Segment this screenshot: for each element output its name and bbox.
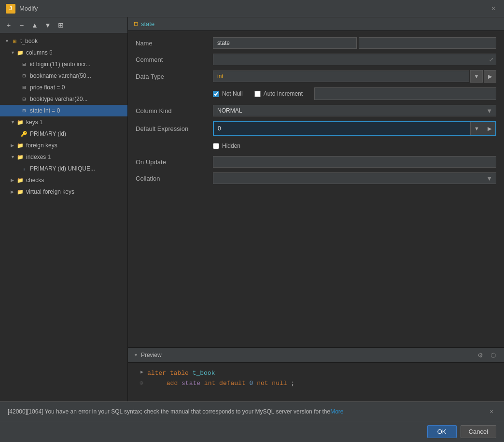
tree-keys-group[interactable]: ▼ 📁 keys 1 (0, 116, 127, 128)
notnull-checkbox-label[interactable]: Not Null (213, 90, 243, 97)
add-button[interactable]: + (3, 19, 14, 31)
collation-select-wrapper: ▼ (213, 172, 496, 184)
keys-label: keys (26, 119, 38, 126)
checks-label: checks (26, 177, 44, 184)
notnull-checkbox[interactable] (213, 91, 219, 97)
tree-index-primary[interactable]: ᵢ PRIMARY (id) UNIQUE... (0, 163, 127, 174)
notnull-row: Not Null Auto Increment (128, 85, 504, 102)
tree-column-id[interactable]: ⊟ id bigint(11) (auto incr... (0, 58, 127, 70)
hidden-checkbox[interactable] (213, 143, 219, 149)
left-toolbar: + − ▲ ▼ ⊞ (0, 17, 127, 33)
tab-header: ⊟ state (128, 17, 504, 31)
datatype-dropdown-btn[interactable]: ▼ (470, 70, 483, 83)
code-semi: ; (291, 380, 294, 387)
line-gutter-2: ⊙ (136, 379, 143, 389)
code-col-name: state (182, 380, 200, 387)
line-marker-2: ⊙ (140, 379, 143, 389)
tree-virtual-fk[interactable]: ▶ 📁 virtual foreign keys (0, 186, 127, 198)
vfk-icon: 📁 (16, 188, 24, 196)
indexes-label: indexes (26, 154, 46, 160)
preview-title-group: ▼ Preview (134, 352, 162, 358)
datatype-row: Data Type ▼ ▶ (128, 68, 504, 85)
autoincrement-checkbox-label[interactable]: Auto Increment (254, 90, 303, 97)
code-not-kw: not (257, 380, 268, 387)
tree-column-state[interactable]: ⊟ state int = 0 (0, 105, 127, 116)
code-type-kw: int (204, 380, 215, 387)
columns-folder-icon: 📁 (16, 49, 24, 57)
form-area: Name Comment ⤢ (128, 31, 504, 347)
collation-select[interactable] (213, 172, 496, 184)
tree-indexes-group[interactable]: ▼ 📁 indexes 1 (0, 151, 127, 163)
code-default-kw: default (219, 380, 246, 387)
tree-foreign-keys[interactable]: ▶ 📁 foreign keys (0, 140, 127, 151)
tree-column-bookname[interactable]: ⊟ bookname varchar(50... (0, 70, 127, 82)
tree-columns-group[interactable]: ▼ 📁 columns 5 (0, 47, 127, 58)
column-price-label: price float = 0 (30, 84, 65, 91)
datatype-settings-btn[interactable]: ▶ (484, 70, 496, 83)
onupdate-input[interactable] (213, 156, 496, 168)
collation-label: Collation (136, 175, 213, 182)
preview-external-btn[interactable]: ⬡ (488, 350, 498, 360)
error-close-button[interactable]: × (487, 407, 496, 416)
column-id-label: id bigint(11) (auto incr... (30, 61, 90, 68)
window-close-button[interactable]: × (489, 4, 498, 14)
title-bar-left: J Modify (6, 4, 38, 14)
tree-column-price[interactable]: ⊟ price float = 0 (0, 82, 127, 93)
column-icon-state: ⊟ (20, 107, 28, 114)
tree-root[interactable]: ▼ ⊞ t_book (0, 35, 127, 47)
comment-input[interactable] (213, 54, 496, 65)
hidden-row: Hidden (128, 138, 504, 154)
name-input[interactable] (213, 37, 357, 49)
keys-arrow[interactable]: ▼ (11, 120, 16, 125)
tree-column-booktype[interactable]: ⊟ booktype varchar(20... (0, 93, 127, 105)
defaultexpr-input[interactable] (214, 123, 470, 134)
autoincrement-value-input[interactable] (314, 87, 496, 100)
autoincrement-checkbox[interactable] (254, 91, 261, 97)
tree-checks[interactable]: ▶ 📁 checks (0, 174, 127, 186)
comment-expand-icon[interactable]: ⤢ (489, 57, 493, 63)
key-icon-primary: 🔑 (20, 130, 28, 138)
left-panel: + − ▲ ▼ ⊞ ▼ ⊞ t_book ▼ 📁 (0, 17, 128, 401)
code-line-1: ▶ alter table t_book (136, 369, 496, 379)
column-state-label: state int = 0 (30, 107, 60, 114)
hidden-checkbox-label[interactable]: Hidden (213, 143, 240, 149)
name-select[interactable] (359, 37, 497, 49)
move-down-button[interactable]: ▼ (42, 19, 54, 31)
cancel-button[interactable]: Cancel (461, 425, 496, 438)
move-up-button[interactable]: ▲ (29, 19, 41, 31)
columns-arrow[interactable]: ▼ (11, 50, 16, 55)
columns-label: columns (26, 49, 48, 56)
defaultexpr-settings-btn[interactable]: ▶ (483, 122, 495, 135)
name-label: Name (136, 40, 213, 47)
defaultexpr-dropdown-btn[interactable]: ▼ (470, 122, 483, 135)
preview-code: ▶ alter table t_book ⊙ (128, 363, 504, 401)
hidden-text: Hidden (222, 143, 240, 149)
column-icon-id: ⊟ (20, 60, 28, 68)
ok-button[interactable]: OK (427, 425, 457, 438)
checks-icon: 📁 (16, 176, 24, 184)
move-button[interactable]: ⊞ (55, 19, 67, 31)
index-icon-primary: ᵢ (20, 165, 28, 172)
main-container: + − ▲ ▼ ⊞ ▼ ⊞ t_book ▼ 📁 (0, 17, 504, 442)
indexes-arrow[interactable]: ▼ (11, 155, 16, 159)
preview-section: ▼ Preview ⚙ ⬡ ▶ alter t (128, 347, 504, 401)
window-title: Modify (19, 5, 38, 12)
error-more-link[interactable]: More (330, 408, 343, 415)
vfk-label: virtual foreign keys (26, 188, 74, 195)
remove-button[interactable]: − (16, 19, 28, 31)
datatype-input[interactable] (213, 71, 469, 82)
preview-collapse-arrow[interactable]: ▼ (134, 353, 138, 357)
preview-gear-btn[interactable]: ⚙ (475, 350, 486, 360)
tab-title: state (141, 20, 154, 28)
defaultexpr-label: Default Expression (136, 125, 213, 132)
columnkind-select[interactable]: NORMAL STORED VIRTUAL (213, 105, 496, 116)
tree-key-primary[interactable]: 🔑 PRIMARY (id) (0, 128, 127, 140)
preview-tools: ⚙ ⬡ (475, 350, 498, 360)
vfk-arrow[interactable]: ▶ (11, 189, 16, 194)
checks-arrow[interactable]: ▶ (11, 178, 16, 183)
columns-count: 5 (48, 49, 53, 56)
tree-root-arrow[interactable]: ▼ (5, 39, 11, 43)
tree-panel: ▼ ⊞ t_book ▼ 📁 columns 5 ⊟ id bigint(11) (0, 33, 127, 401)
indexes-count: 1 (46, 154, 51, 160)
foreign-keys-arrow[interactable]: ▶ (11, 143, 16, 148)
